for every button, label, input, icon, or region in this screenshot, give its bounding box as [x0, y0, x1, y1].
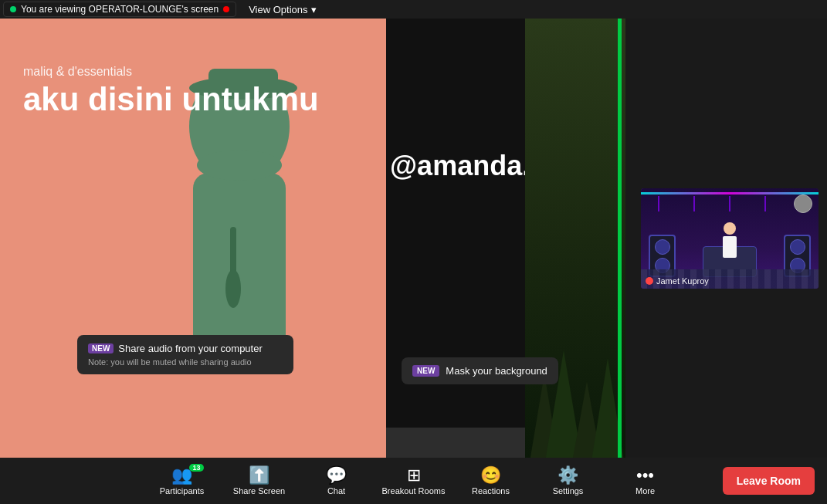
neon-lights [641, 192, 819, 194]
album-text: maliq & d'essentials aku disini untukmu [23, 65, 319, 117]
top-bar: You are viewing OPERATOR-LOUNGE's screen… [0, 0, 827, 19]
share-screen-icon: ⬆️ [249, 467, 269, 484]
breakout-rooms-label: Breakout Rooms [382, 486, 446, 496]
audio-tooltip: NEW Share audio from your computer Note:… [77, 335, 293, 374]
share-screen-label: Share Screen [233, 486, 285, 496]
more-label: More [636, 486, 655, 496]
view-options-label: View Options [249, 4, 307, 15]
svg-point-2 [197, 150, 282, 181]
reactions-icon: 😊 [480, 467, 501, 484]
mask-tooltip-text: Mask your background [446, 365, 547, 377]
participant-count-badge: 13 [189, 464, 203, 472]
recording-red-dot [223, 6, 229, 12]
chat-icon: 💬 [326, 467, 347, 484]
recording-green-dot [10, 6, 16, 12]
speaker-circle-left [655, 239, 670, 255]
speaker-circle-right [790, 239, 805, 255]
mask-tooltip: NEW Mask your background [402, 357, 558, 384]
character [723, 222, 737, 258]
settings-label: Settings [553, 486, 584, 496]
shared-screen: maliq & d'essentials aku disini untukmu … [0, 19, 625, 466]
toolbar-item-reactions[interactable]: 😊 Reactions [452, 458, 530, 504]
char-body [723, 236, 737, 258]
album-subtitle: maliq & d'essentials [23, 65, 319, 79]
participant-video: Jamet Kuproy [641, 188, 819, 289]
neon-bar-1 [658, 196, 659, 211]
toolbar-item-chat[interactable]: 💬 Chat [298, 458, 375, 504]
toolbar-item-settings[interactable]: ⚙️ Settings [530, 458, 607, 504]
viewing-text: You are viewing OPERATOR-LOUNGE's screen [21, 4, 219, 15]
mic-muted-icon [646, 277, 653, 285]
toolbar-item-more[interactable]: ••• More [607, 458, 684, 504]
bottom-toolbar: 👥 Participants 13 ⬆️ Share Screen 💬 Chat… [0, 458, 827, 504]
album-title: aku disini untukmu [23, 82, 319, 117]
participant-name: Jamet Kuproy [656, 276, 709, 286]
album-cover: maliq & d'essentials aku disini untukmu [0, 19, 386, 466]
viewing-badge: You are viewing OPERATOR-LOUNGE's screen [3, 2, 236, 17]
toolbar-item-breakout-rooms[interactable]: ⊞ Breakout Rooms [375, 458, 452, 504]
green-divider [618, 19, 622, 466]
toolbar-item-participants[interactable]: 👥 Participants 13 [144, 458, 221, 504]
audio-tooltip-main: Share audio from your computer [118, 343, 262, 354]
view-options-button[interactable]: View Options ▾ [242, 2, 322, 17]
chevron-down-icon: ▾ [311, 4, 317, 15]
silhouette-svg [116, 65, 363, 466]
neon-bar-3 [729, 196, 730, 211]
sidebar: Jamet Kuproy [633, 19, 827, 466]
forest-background [525, 19, 625, 466]
audio-tooltip-note: Note: you will be muted while sharing au… [88, 357, 283, 367]
neon-lines [641, 196, 819, 211]
toolbar-item-share-screen[interactable]: ⬆️ Share Screen [221, 458, 298, 504]
reactions-label: Reactions [472, 486, 510, 496]
settings-icon: ⚙️ [558, 467, 578, 484]
neon-bar-4 [764, 196, 766, 211]
audio-new-badge: NEW [88, 343, 114, 353]
audio-tooltip-text: NEW Share audio from your computer [88, 343, 283, 354]
leave-room-button[interactable]: Leave Room [723, 467, 815, 495]
video-inner [641, 188, 819, 289]
participant-name-badge: Jamet Kuproy [646, 276, 709, 286]
screen-share-area: maliq & d'essentials aku disini untukmu … [0, 19, 625, 466]
char-head [724, 222, 736, 235]
participants-label: Participants [160, 486, 204, 496]
breakout-rooms-icon: ⊞ [407, 467, 421, 484]
chat-label: Chat [327, 486, 345, 496]
badge-circle [794, 194, 812, 213]
neon-bar-2 [693, 196, 695, 211]
leave-room-label: Leave Room [737, 475, 801, 487]
more-icon: ••• [636, 467, 654, 484]
svg-point-6 [225, 269, 241, 308]
mask-new-badge: NEW [412, 365, 439, 377]
